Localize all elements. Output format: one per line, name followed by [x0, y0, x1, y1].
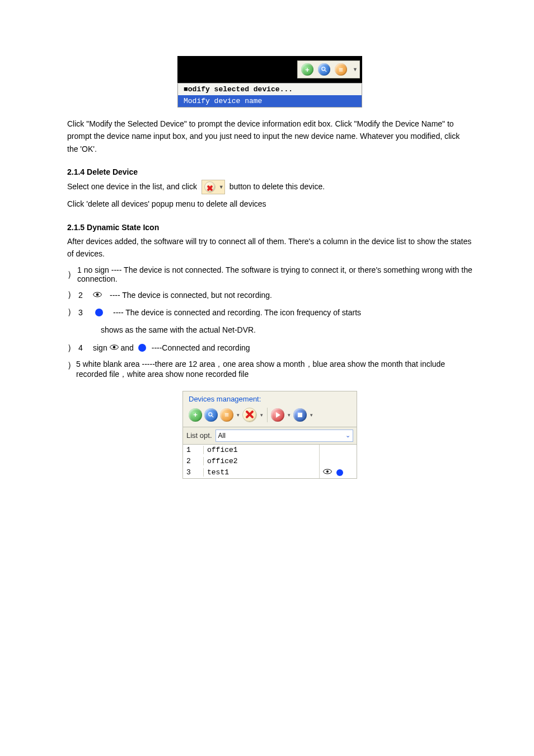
play-icon[interactable] [271, 408, 284, 422]
eye-icon [323, 468, 332, 477]
row-state [319, 456, 357, 467]
menu-item-modify-name[interactable]: Modify device name [178, 95, 362, 107]
state-item-5-text: 5 white blank area -----there are 12 are… [76, 360, 472, 380]
paren-mark: ） [67, 360, 76, 371]
svg-point-9 [326, 470, 329, 473]
device-row[interactable]: 2 office2 [183, 456, 357, 467]
state-item-4: ） 4 sign and ----Connected and recording [67, 342, 472, 354]
record-dot-icon [336, 469, 343, 476]
row-name: test1 [204, 468, 319, 477]
chevron-down-icon[interactable]: ▼ [352, 67, 356, 72]
record-dot-icon [95, 309, 103, 316]
list-opt-select[interactable]: All ⌄ [216, 430, 353, 442]
add-icon[interactable]: + [301, 63, 313, 76]
state-item-3-cont: shows as the same with the actual Net-DV… [101, 324, 472, 336]
delete-icon[interactable] [242, 408, 257, 422]
list-opt-label: List opt. [186, 431, 212, 440]
chevron-down-icon: ⌄ [345, 432, 350, 439]
chevron-down-icon[interactable]: ▾ [259, 412, 264, 418]
delete-button-inline[interactable]: ▼ [202, 180, 225, 194]
chevron-down-icon[interactable]: ▾ [309, 412, 313, 418]
svg-point-3 [96, 293, 99, 296]
devices-toolbar: + ≡ ▾ ▾ ▾ ▾ [183, 405, 357, 427]
menu-item-modify-selected[interactable]: ■odify selected device... [178, 83, 362, 95]
heading-delete-device: 2.1.4 Delete Device [67, 167, 472, 176]
row-name: office2 [204, 457, 319, 465]
toolbar-black-bg: + ≡ ▼ [177, 56, 362, 83]
devices-management-label: Devices management: [183, 391, 357, 405]
svg-line-7 [212, 416, 213, 417]
paren-mark: ） [67, 342, 78, 354]
heading-dynamic-state: 2.1.5 Dynamic State Icon [67, 223, 472, 232]
text-delete-after: button to delete this device. [229, 182, 325, 191]
row-name: office1 [204, 446, 319, 454]
svg-point-5 [113, 346, 115, 349]
paragraph-modify-explain: Click "Modify the Selected Device" to pr… [67, 118, 472, 155]
chevron-down-icon[interactable]: ▾ [236, 412, 240, 418]
text-delete-before: Select one device in the list, and click [67, 182, 199, 191]
chevron-down-icon[interactable]: ▾ [287, 412, 291, 418]
paren-mark: ） [67, 289, 78, 301]
state-item-4-text: ----Connected and recording [152, 343, 250, 352]
paren-mark: ） [67, 306, 78, 318]
state-item-5: ） 5 white blank area -----there are 12 a… [67, 360, 472, 380]
paren-mark: ） [67, 269, 77, 281]
device-rows: 1 office1 2 office2 3 test1 [183, 445, 357, 478]
svg-point-6 [209, 413, 212, 416]
list-opt-value: All [218, 432, 226, 440]
toolbar-icon-group: + ≡ ▼ [297, 60, 360, 78]
toolbar-separator [267, 408, 268, 422]
chevron-down-icon: ▼ [216, 183, 222, 191]
edit-icon[interactable]: ≡ [220, 408, 233, 422]
row-index: 3 [183, 468, 204, 477]
svg-point-0 [322, 67, 325, 71]
list-opt-row: List opt. All ⌄ [183, 427, 357, 445]
row-state [319, 445, 357, 456]
record-dot-icon [138, 344, 146, 352]
state-item-1: ） 1 no sign ---- The device is not conne… [67, 265, 472, 283]
row-index: 1 [183, 446, 204, 454]
devices-management-panel: Devices management: + ≡ ▾ ▾ ▾ ▾ List opt… [182, 391, 357, 479]
state-item-2-text: ---- The device is connected, but not re… [110, 291, 272, 300]
svg-line-1 [325, 70, 326, 72]
state-item-3-text: ---- The device is connected and recordi… [113, 308, 361, 317]
stop-icon[interactable] [293, 408, 307, 422]
row-index: 2 [183, 457, 204, 465]
eye-icon [93, 291, 102, 300]
paragraph-delete-line1: Select one device in the list, and click… [67, 180, 472, 194]
add-icon[interactable]: + [189, 408, 202, 422]
paragraph-dynamic-intro: After devices added, the software will t… [67, 235, 472, 260]
state-item-3: ） 3 ---- The device is connected and rec… [67, 306, 472, 318]
search-icon[interactable] [204, 408, 218, 422]
search-icon[interactable] [318, 63, 330, 76]
paragraph-delete-all: Click 'delete all devices' popup menu to… [67, 198, 472, 210]
row-state [319, 467, 357, 478]
device-row[interactable]: 3 test1 [183, 467, 357, 478]
modify-menu-illustration: + ≡ ▼ ■odify selected device... Modify d… [177, 56, 362, 108]
eye-icon [110, 343, 119, 352]
modify-dropdown-menu: ■odify selected device... Modify device … [177, 83, 362, 108]
delete-icon [204, 181, 216, 193]
device-row[interactable]: 1 office1 [183, 445, 357, 456]
state-item-2: ） 2 ---- The device is connected, but no… [67, 289, 472, 301]
edit-icon[interactable]: ≡ [335, 63, 347, 76]
state-item-1-text: 1 no sign ---- The device is not connect… [77, 265, 472, 283]
